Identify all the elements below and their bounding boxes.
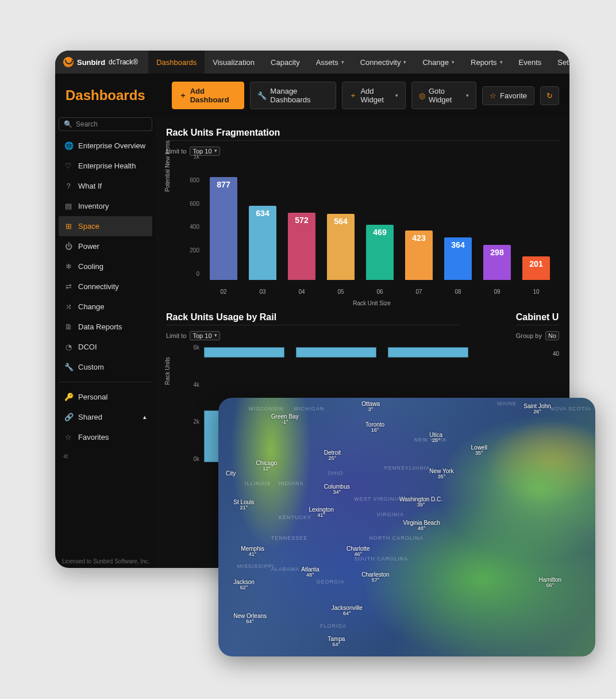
map-state-label: GEORGIA xyxy=(317,579,345,585)
map-city-label: Jackson62° xyxy=(233,579,255,591)
map-state-label: WISCONSIN xyxy=(248,406,283,412)
bar[interactable]: 877 xyxy=(210,177,237,280)
chevron-down-icon: ▾ xyxy=(452,59,455,65)
bar-value: 564 xyxy=(327,217,355,226)
map-city-label: Charlotte46° xyxy=(346,546,370,558)
map-city-label: Hamilton66° xyxy=(539,577,561,589)
nav-tab-visualization[interactable]: Visualization xyxy=(205,51,263,74)
bar[interactable]: 634 xyxy=(249,206,276,280)
sidebar-item-inventory[interactable]: ▤Inventory xyxy=(59,196,152,216)
bar-value: 469 xyxy=(366,228,394,237)
search-input[interactable]: 🔍 Search xyxy=(59,117,152,131)
sidebar-icon: 🗎 xyxy=(64,322,72,331)
nav-tab-events[interactable]: Events xyxy=(511,51,550,74)
nav-tab-reports[interactable]: Reports▾ xyxy=(463,51,511,74)
map-city-label: New York35° xyxy=(429,468,453,480)
star-icon: ☆ xyxy=(490,91,496,100)
map-state-label: KENTUCKY xyxy=(279,514,311,520)
map-state-label: PENNSYLVANIA xyxy=(384,465,430,471)
weather-map[interactable]: WISCONSINMICHIGANMAINENEW YORKPENNSYLVAN… xyxy=(218,398,595,656)
sidebar-label: Favorites xyxy=(78,433,109,441)
manage-dashboards-button[interactable]: 🔧Manage Dashboards xyxy=(250,82,336,109)
favorite-button[interactable]: ☆Favorite xyxy=(482,86,534,105)
sidebar-group-shared[interactable]: 🔗Shared▴ xyxy=(59,407,152,427)
sidebar-icon: ? xyxy=(64,182,72,190)
bar[interactable]: 201 xyxy=(522,256,550,280)
map-city-label: Detroit25° xyxy=(324,450,341,462)
bar[interactable]: 469 xyxy=(366,225,394,280)
sidebar-item-connectivity[interactable]: ⇄Connectivity xyxy=(59,276,152,297)
sidebar-item-what-if[interactable]: ?What If xyxy=(59,176,152,196)
brand-name: Sunbird xyxy=(77,58,105,67)
limit-select[interactable]: Top 10▾ xyxy=(190,331,220,340)
chevron-down-icon: ▾ xyxy=(403,59,406,65)
sidebar-item-cooling[interactable]: ❄Cooling xyxy=(59,256,152,276)
sidebar-item-enterprise-overview[interactable]: 🌐Enterprise Overview xyxy=(59,136,152,156)
map-city-label: Charleston57° xyxy=(361,571,389,583)
sidebar-item-space[interactable]: ⊞Space xyxy=(59,216,152,236)
sidebar-icon: 🔧 xyxy=(64,363,72,371)
add-dashboard-button[interactable]: ＋Add Dashboard xyxy=(172,82,245,109)
divider xyxy=(516,325,559,325)
goto-widget-button[interactable]: ◎Goto Widget▾ xyxy=(411,82,476,109)
map-city-label: Jacksonville64° xyxy=(332,605,363,617)
y-tick: 40 xyxy=(516,351,559,357)
limit-control: Limit to Top 10▾ xyxy=(166,147,559,156)
brand-product: dcTrack xyxy=(109,58,133,66)
bar[interactable]: 423 xyxy=(405,231,433,280)
sidebar-icon: ⇄ xyxy=(64,282,72,291)
group-select[interactable]: No xyxy=(545,331,559,340)
search-placeholder: Search xyxy=(76,120,98,128)
add-widget-button[interactable]: ＋Add Widget▾ xyxy=(342,82,405,109)
map-city-label: Memphis41° xyxy=(241,546,264,558)
sidebar-group-personal[interactable]: 🔑Personal xyxy=(59,387,152,407)
nav-tab-connectivity[interactable]: Connectivity▾ xyxy=(352,51,415,74)
divider xyxy=(59,382,152,382)
nav-tab-settings[interactable]: Settings▾ xyxy=(549,51,569,74)
bar-value: 634 xyxy=(249,209,276,218)
divider xyxy=(166,325,459,325)
nav-tab-change[interactable]: Change▾ xyxy=(414,51,463,74)
sidebar-item-enterprise-health[interactable]: ♡Enterprise Health xyxy=(59,156,152,176)
map-state-label: VIRGINIA xyxy=(377,512,405,517)
bar[interactable]: 364 xyxy=(444,237,472,280)
chevron-down-icon: ▾ xyxy=(214,148,217,155)
sidebar-item-change[interactable]: ⤭Change xyxy=(59,297,152,317)
refresh-icon: ↻ xyxy=(546,91,553,100)
sidebar: 🔍 Search 🌐Enterprise Overview♡Enterprise… xyxy=(55,117,156,568)
sidebar-group-favorites[interactable]: ☆Favorites xyxy=(59,427,152,447)
nav-tab-dashboards[interactable]: Dashboards xyxy=(148,51,205,74)
map-city-label: Utica25° xyxy=(429,432,442,444)
nav-tab-assets[interactable]: Assets▾ xyxy=(308,51,352,74)
nav-tab-capacity[interactable]: Capacity xyxy=(263,51,308,74)
rack-fragmentation-chart: Potential New Items 02004006008001k 8776… xyxy=(184,163,559,295)
chevron-down-icon: ▾ xyxy=(214,332,217,339)
sidebar-icon: ⏻ xyxy=(64,242,72,251)
collapse-sidebar-button[interactable]: « xyxy=(59,447,152,461)
sidebar-item-power[interactable]: ⏻Power xyxy=(59,236,152,256)
sidebar-item-data-reports[interactable]: 🗎Data Reports xyxy=(59,317,152,337)
sidebar-item-custom[interactable]: 🔧Custom xyxy=(59,357,152,377)
plus-icon: ＋ xyxy=(179,90,187,101)
sidebar-item-dcoi[interactable]: ◔DCOI xyxy=(59,337,152,357)
y-tick: 600 xyxy=(190,200,199,206)
map-state-label: NORTH CAROLINA xyxy=(369,535,423,541)
sidebar-icon: ☆ xyxy=(64,433,72,441)
widget-title: Rack Units Usage by Rail xyxy=(166,312,459,322)
map-state-label: MICHIGAN xyxy=(294,406,324,412)
bar-value: 298 xyxy=(483,248,511,257)
y-tick: 2k xyxy=(193,418,199,425)
y-axis-label: Rack Units xyxy=(164,357,171,385)
bar[interactable]: 298 xyxy=(483,245,511,280)
map-city-label: Lowell35° xyxy=(471,444,487,456)
refresh-button[interactable]: ↻ xyxy=(540,86,559,105)
sidebar-icon: ❄ xyxy=(64,262,72,271)
y-tick: 0 xyxy=(196,271,199,277)
chevron-down-icon: ▾ xyxy=(341,59,344,65)
map-city-label: New Orleans64° xyxy=(233,613,267,625)
bar[interactable]: 572 xyxy=(288,213,315,280)
chevron-up-icon: ▴ xyxy=(143,413,147,421)
bar[interactable]: 564 xyxy=(327,214,355,280)
map-city-label: Saint John26° xyxy=(523,403,550,415)
x-tick: 05 xyxy=(327,289,355,295)
